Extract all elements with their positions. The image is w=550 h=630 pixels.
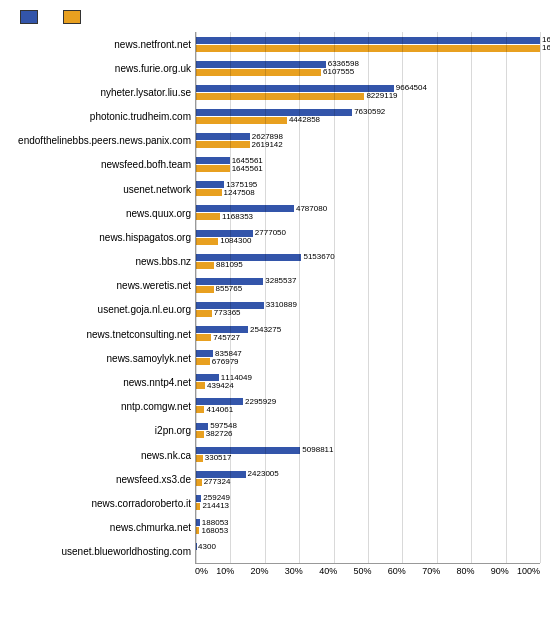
accepted-bar-label: 3310889: [266, 301, 297, 309]
rejected-bar-label: 881095: [216, 261, 243, 269]
y-label: news.netfront.net: [114, 35, 191, 53]
rejected-bar: [196, 406, 204, 413]
bar-group: 2423005277324: [196, 466, 540, 490]
accepted-bar-label: 4300: [198, 543, 216, 551]
x-axis-label: 40%: [311, 566, 345, 576]
y-label: usenet.goja.nl.eu.org: [98, 301, 191, 319]
rejected-bar-row: 745727: [196, 334, 540, 341]
rejected-bar: [196, 527, 199, 534]
accepted-bar-row: 6336598: [196, 61, 540, 68]
bar-group: 47870801168353: [196, 201, 540, 225]
rejected-bar-row: 439424: [196, 382, 540, 389]
accepted-bar-label: 3285537: [265, 277, 296, 285]
accepted-bar-row: 3310889: [196, 302, 540, 309]
rejected-bar-row: 16807093: [196, 45, 540, 52]
accepted-bar-row: 5153670: [196, 254, 540, 261]
x-axis-labels: 0%10%20%30%40%50%60%70%80%90%100%: [10, 566, 540, 576]
y-label: i2pn.org: [155, 422, 191, 440]
accepted-bar: [196, 133, 250, 140]
rejected-bar-label: 382726: [206, 430, 233, 438]
bar-group: 2543275745727: [196, 322, 540, 346]
y-label: nntp.comgw.net: [121, 398, 191, 416]
bar-group: 188053168053: [196, 515, 540, 539]
rejected-bar: [196, 262, 214, 269]
y-label: news.chmurka.net: [110, 519, 191, 537]
y-label: newsfeed.bofh.team: [101, 156, 191, 174]
rejected-bar-label: 330517: [205, 454, 232, 462]
bar-group: 5153670881095: [196, 249, 540, 273]
legend-rejected: [63, 10, 86, 24]
accepted-bar-label: 5098811: [302, 446, 333, 454]
accepted-bar: [196, 519, 200, 526]
rejected-bar: [196, 93, 364, 100]
accepted-bar-label: 4787080: [296, 205, 327, 213]
rejected-bar-label: 745727: [213, 334, 240, 342]
accepted-bar: [196, 61, 326, 68]
y-label: news.nk.ca: [141, 446, 191, 464]
y-label: news.furie.org.uk: [115, 59, 191, 77]
accepted-bar: [196, 350, 213, 357]
chart-container: news.netfront.netnews.furie.org.uknyhete…: [0, 0, 550, 630]
bar-group: 1680709316807093: [196, 32, 540, 56]
bar-group: 5098811330517: [196, 442, 540, 466]
bar-group: 1114049439424: [196, 370, 540, 394]
accepted-bar-row: 2423005: [196, 471, 540, 478]
rejected-bar-row: 4442858: [196, 117, 540, 124]
accepted-bar: [196, 37, 540, 44]
bar-group: 3310889773365: [196, 297, 540, 321]
rejected-bar-label: 168053: [201, 527, 228, 535]
accepted-bar-label: 2423005: [248, 470, 279, 478]
bar-group: 63365986107555: [196, 56, 540, 80]
rejected-bar-row: [196, 551, 540, 558]
y-label: news.bbs.nz: [135, 253, 191, 271]
rejected-bar: [196, 479, 202, 486]
rejected-bar: [196, 189, 222, 196]
accepted-bar-row: 597548: [196, 423, 540, 430]
rejected-bar-label: 6107555: [323, 68, 354, 76]
rejected-bar-row: 2619142: [196, 141, 540, 148]
accepted-bar-row: 1114049: [196, 374, 540, 381]
y-label: news.corradoroberto.it: [92, 494, 192, 512]
rejected-bar-row: 8229119: [196, 93, 540, 100]
rejected-bar: [196, 213, 220, 220]
accepted-bar-label: 2543275: [250, 326, 281, 334]
bar-group: 16455611645561: [196, 153, 540, 177]
y-label: usenet.blueworldhosting.com: [61, 543, 191, 561]
legend-accepted-box: [20, 10, 38, 24]
rejected-bar-row: 214413: [196, 503, 540, 510]
grid-line: [540, 32, 541, 563]
rejected-bar: [196, 165, 230, 172]
x-axis-label: 50%: [345, 566, 379, 576]
rejected-bar: [196, 431, 204, 438]
legend: [10, 10, 540, 24]
rejected-bar: [196, 455, 203, 462]
rejected-bar: [196, 358, 210, 365]
accepted-bar-row: 2543275: [196, 326, 540, 333]
accepted-bar-label: 5153670: [303, 253, 334, 261]
rejected-bar-row: 855765: [196, 286, 540, 293]
x-axis-label: 30%: [277, 566, 311, 576]
bar-group: 76305924442858: [196, 104, 540, 128]
rejected-bar-row: 1645561: [196, 165, 540, 172]
accepted-bar: [196, 254, 301, 261]
x-axis-label: 80%: [448, 566, 482, 576]
x-axis-label: 20%: [242, 566, 276, 576]
accepted-bar: [196, 85, 394, 92]
rejected-bar-label: 214413: [202, 502, 229, 510]
rejected-bar-label: 277324: [204, 478, 231, 486]
bars-area: 1680709316807093633659861075559664504822…: [195, 32, 540, 564]
rejected-bar-row: 277324: [196, 479, 540, 486]
rejected-bar-label: 1168353: [222, 213, 253, 221]
y-label: usenet.network: [123, 180, 191, 198]
rejected-bar-row: 168053: [196, 527, 540, 534]
accepted-bar-row: 2627898: [196, 133, 540, 140]
rejected-bar: [196, 382, 205, 389]
bar-group: 13751951247508: [196, 177, 540, 201]
accepted-bar-row: 4300: [196, 543, 540, 550]
rejected-bar: [196, 334, 211, 341]
x-axis-label: 10%: [208, 566, 242, 576]
accepted-bar-row: 5098811: [196, 447, 540, 454]
rejected-bar-label: 676979: [212, 358, 239, 366]
rejected-bar-label: 1645561: [232, 165, 263, 173]
accepted-bar: [196, 181, 224, 188]
